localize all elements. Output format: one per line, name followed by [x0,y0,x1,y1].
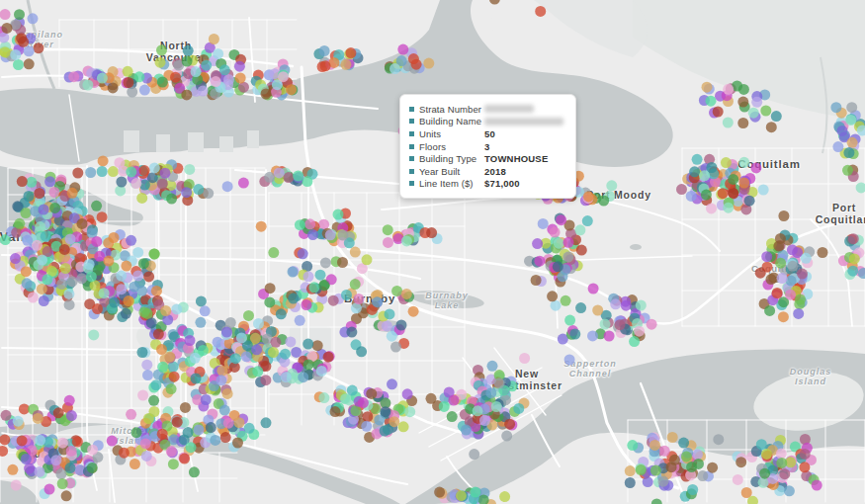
building-dot[interactable] [849,253,860,264]
building-dot[interactable] [401,289,412,299]
building-dot[interactable] [320,60,331,71]
building-dot[interactable] [563,237,574,248]
building-dot[interactable] [382,320,392,331]
building-dot[interactable] [223,418,234,429]
building-dot[interactable] [198,345,209,356]
building-dot[interactable] [88,329,99,340]
building-dot[interactable] [723,203,734,213]
building-dot[interactable] [232,438,243,449]
building-dot[interactable] [298,248,308,259]
building-dot[interactable] [848,233,859,244]
building-dot[interactable] [606,180,617,191]
building-dot[interactable] [278,71,289,82]
building-dot[interactable] [186,442,197,453]
building-dot[interactable] [35,466,45,477]
building-dot[interactable] [333,210,344,220]
building-dot[interactable] [268,347,279,358]
building-dot[interactable] [627,440,638,451]
building-dot[interactable] [41,231,51,242]
building-dot[interactable] [63,289,74,299]
building-dot[interactable] [171,303,182,314]
building-dot[interactable] [701,190,712,201]
building-dot[interactable] [235,73,246,84]
building-dot[interactable] [776,458,787,468]
building-dot[interactable] [629,336,640,347]
building-dot[interactable] [220,432,231,443]
building-dot[interactable] [358,397,369,408]
building-dot[interactable] [59,244,70,255]
building-dot[interactable] [751,97,762,108]
building-dot[interactable] [801,253,812,264]
building-dot[interactable] [155,57,166,68]
building-dot[interactable] [274,167,285,178]
building-dot[interactable] [65,462,76,473]
building-dot[interactable] [423,58,434,69]
building-dot[interactable] [847,137,858,148]
building-dot[interactable] [750,162,761,173]
building-dot[interactable] [569,329,580,340]
building-dot[interactable] [799,462,810,472]
building-dot[interactable] [487,361,498,372]
building-dot[interactable] [198,86,209,97]
building-dot[interactable] [121,261,131,272]
building-dot[interactable] [308,282,319,293]
building-dot[interactable] [285,336,296,347]
building-dot[interactable] [123,66,133,77]
building-dot[interactable] [60,263,71,274]
building-dot[interactable] [260,375,271,385]
building-dot[interactable] [22,278,33,289]
building-dot[interactable] [651,498,662,504]
building-dot[interactable] [185,335,196,346]
building-dot[interactable] [156,44,167,55]
building-dot[interactable] [97,73,108,84]
building-dot[interactable] [764,305,775,316]
building-dot[interactable] [325,229,336,240]
building-dot[interactable] [82,80,93,91]
building-dot[interactable] [312,340,323,351]
building-dot[interactable] [64,395,75,406]
building-dot[interactable] [847,266,858,277]
building-dot[interactable] [728,174,738,185]
building-dot[interactable] [116,284,127,294]
building-dot[interactable] [330,406,341,417]
building-dot[interactable] [281,372,292,382]
building-dot[interactable] [784,485,795,496]
building-dot[interactable] [14,218,25,229]
building-dot[interactable] [485,387,496,398]
building-dot[interactable] [288,294,299,304]
building-dot[interactable] [588,284,599,294]
building-dot[interactable] [621,300,632,311]
building-dot[interactable] [564,315,575,326]
building-dot[interactable] [191,66,202,77]
building-dot[interactable] [501,431,512,442]
building-dot[interactable] [35,435,45,446]
building-dot[interactable] [160,168,171,179]
building-dot[interactable] [797,269,808,280]
building-dot[interactable] [170,72,181,83]
building-dot[interactable] [615,319,626,330]
building-dot[interactable] [723,118,734,128]
building-dot[interactable] [389,416,399,427]
building-dot[interactable] [72,437,83,448]
building-dot[interactable] [756,439,767,450]
building-dot[interactable] [401,235,412,246]
building-dot[interactable] [347,385,358,396]
building-dot[interactable] [270,337,281,348]
building-dot[interactable] [777,273,788,284]
building-dot[interactable] [800,449,811,460]
building-dot[interactable] [91,236,102,247]
building-dot[interactable] [191,374,202,384]
building-dot[interactable] [136,193,147,204]
building-dot[interactable] [706,162,717,173]
building-dot[interactable] [127,87,137,98]
building-dot[interactable] [126,235,136,246]
building-dot[interactable] [222,181,233,192]
building-dot[interactable] [448,395,459,406]
building-dot[interactable] [136,286,147,296]
building-dot[interactable] [469,449,479,460]
building-dot[interactable] [550,227,561,238]
building-dot[interactable] [126,166,136,177]
building-dot[interactable] [733,474,743,485]
building-dot[interactable] [380,426,390,437]
building-dot[interactable] [341,290,352,300]
